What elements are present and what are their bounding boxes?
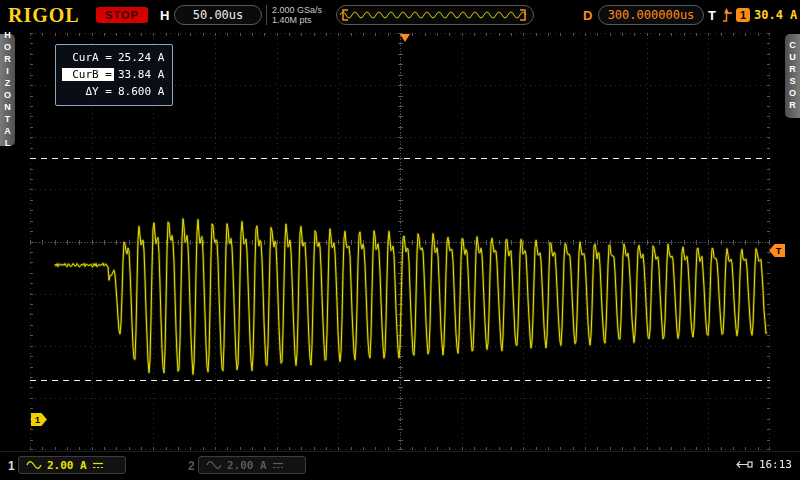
sample-rate: 2.000 GSa/s [272, 5, 322, 15]
ch1-scale: 2.00 A [47, 459, 87, 472]
dc-icon [92, 461, 104, 470]
cursor-readout-box: CurA = 25.24 A CurB = 33.84 A ΔY = 8.600… [55, 44, 173, 106]
ch1-status-block[interactable]: 2.00 A [18, 456, 126, 474]
ch2-status-block[interactable]: 2.00 A [198, 456, 306, 474]
timebase-value[interactable]: 50.00us [174, 5, 262, 25]
sine-icon [26, 460, 42, 470]
bottom-bar: 1 2.00 A 2 2.00 A [0, 451, 800, 480]
cursor-b-row: CurB = 33.84 A [62, 66, 164, 83]
ch2-scale: 2.00 A [227, 459, 267, 472]
memory-waveform-icon [337, 6, 531, 24]
memory-position-bar[interactable] [336, 5, 534, 25]
acquisition-status-badge: STOP [96, 7, 148, 23]
dc-icon [272, 461, 284, 470]
clock-area: 16:13 [735, 458, 792, 471]
rigol-logo: RIGOL [8, 4, 80, 27]
clock-time: 16:13 [759, 458, 792, 471]
cursor-b-label: CurB = [62, 68, 114, 81]
cursor-a-row: CurA = 25.24 A [62, 49, 164, 66]
horizontal-label: H [160, 8, 169, 23]
rising-edge-icon [722, 7, 733, 24]
cursor-a-label: CurA = [62, 51, 114, 64]
oscilloscope-screen: RIGOL STOP H 50.00us 2.000 GSa/s 1.40M p… [0, 0, 800, 480]
sample-rate-block: 2.000 GSa/s 1.40M pts [266, 5, 322, 25]
trigger-level-marker[interactable]: T [769, 244, 785, 257]
trigger-source-badge[interactable]: 1 [736, 8, 750, 22]
cursor-menu-tab[interactable]: CURSOR [785, 34, 800, 118]
ch2-number: 2 [188, 459, 195, 473]
horizontal-menu-tab[interactable]: HORIZONTAL [0, 34, 15, 146]
delay-value[interactable]: 300.000000us [598, 5, 704, 25]
cursor-a-value: 25.24 A [118, 51, 164, 64]
cursor-delta-row: ΔY = 8.600 A [62, 83, 164, 100]
top-bar: RIGOL STOP H 50.00us 2.000 GSa/s 1.40M p… [0, 0, 800, 32]
trigger-level-value: 30.4 A [754, 8, 797, 22]
cursor-delta-value: 8.600 A [118, 85, 164, 98]
ch1-number: 1 [8, 459, 15, 473]
usb-icon [735, 459, 753, 470]
trigger-position-marker[interactable] [400, 34, 410, 42]
memory-depth: 1.40M pts [272, 15, 322, 25]
cursor-b-value: 33.84 A [118, 68, 164, 81]
sine-icon [206, 460, 222, 470]
trigger-label: T [708, 8, 716, 23]
delay-label: D [583, 8, 592, 23]
cursor-delta-label: ΔY = [62, 85, 114, 98]
